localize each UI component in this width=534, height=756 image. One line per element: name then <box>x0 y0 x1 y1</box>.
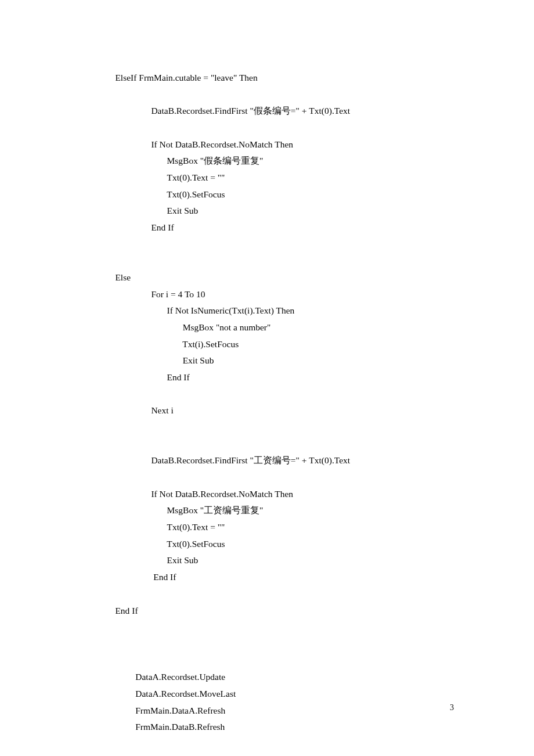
page-number: 3 <box>450 700 454 715</box>
code-content: ElseIf FrmMain.cutable = "leave" Then Da… <box>86 70 488 756</box>
